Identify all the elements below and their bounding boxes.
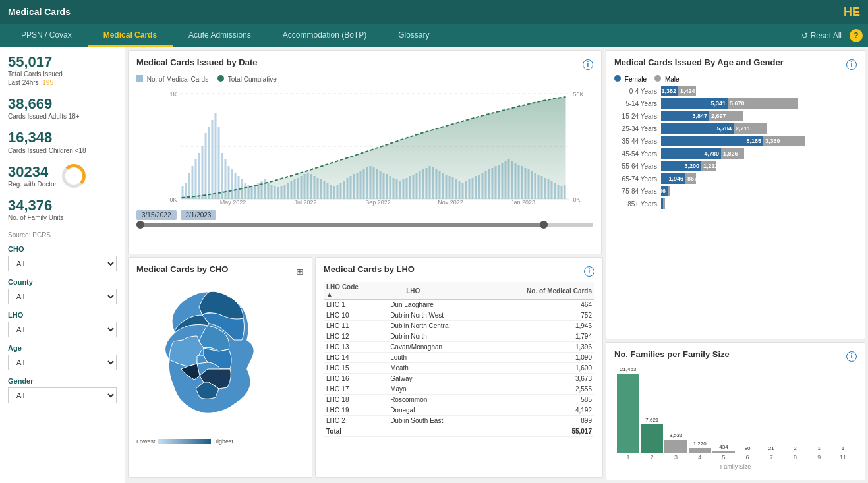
family-size-label: 5 <box>712 454 735 461</box>
stat-number-children: 16,348 <box>8 130 117 146</box>
bar-pair: 5,784 2,711 <box>661 123 857 134</box>
svg-text:0K: 0K <box>169 196 177 203</box>
svg-text:May 2022: May 2022 <box>220 199 246 206</box>
age-select[interactable]: All <box>8 355 117 370</box>
legend-female: Female <box>614 75 647 83</box>
age-bar-label: 5-14 Years <box>614 100 657 107</box>
lho-table-row: LHO 14 Louth 1,090 <box>324 353 594 363</box>
lho-table-row: LHO 11 Dublin North Central 1,946 <box>324 321 594 331</box>
cho-select[interactable]: All <box>8 256 117 271</box>
total-empty <box>388 426 536 437</box>
lho-title: Medical Cards by LHO <box>324 264 415 274</box>
lho-panel: Medical Cards by LHO i LHO Code▲ LHO No.… <box>315 257 603 478</box>
svg-rect-23 <box>218 127 220 199</box>
family-bar-rect <box>641 424 663 453</box>
lho-count: 1,794 <box>536 331 594 342</box>
bar-female: 4,780 <box>661 148 721 159</box>
age-bar-row: 25-34 Years 5,784 2,711 <box>614 123 857 134</box>
help-button[interactable]: ? <box>850 29 863 42</box>
svg-rect-19 <box>205 133 207 199</box>
stat-doctor: 30234 Reg. with Doctor <box>8 164 117 188</box>
svg-rect-17 <box>198 153 200 199</box>
bar-male: 1,424 <box>678 86 696 96</box>
slider-container[interactable] <box>136 223 593 227</box>
age-gender-panel: Medical Cards Issued By Age and Gender i… <box>606 50 865 339</box>
bottom-row: Medical Cards by CHO ⊞ <box>125 256 604 480</box>
nav-medical-cards[interactable]: Medical Cards <box>88 24 173 47</box>
lho-info[interactable]: i <box>584 266 594 277</box>
family-bar: 7,621 <box>641 417 663 453</box>
filter-lho-label: LHO <box>8 311 117 319</box>
family-info[interactable]: i <box>846 351 857 362</box>
lho-name: Roscommon <box>388 395 536 405</box>
grid-icon[interactable]: ⊞ <box>296 266 304 277</box>
nav-acute[interactable]: Acute Admissions <box>173 24 267 47</box>
nav-accommodation[interactable]: Accommodation (BoTP) <box>267 24 382 47</box>
legend-item-cumulative: Total Cumulative <box>217 75 277 83</box>
lho-name: Galway <box>388 374 536 384</box>
lho-code: LHO 13 <box>324 342 388 353</box>
slider-right-thumb[interactable] <box>540 221 548 229</box>
lho-table-body: LHO 1 Dun Laoghaire 464LHO 10 Dublin Nor… <box>324 300 594 437</box>
lho-tfoot: Total 55,017 <box>324 426 594 437</box>
stat-label-family: No. of Family Units <box>8 213 117 222</box>
legend-male: Male <box>654 75 679 83</box>
stat-badge-total: Last 24hrs 195 <box>8 78 117 87</box>
stat-number-doctor: 30234 <box>8 164 57 180</box>
svg-text:50K: 50K <box>573 91 584 98</box>
family-bar-rect <box>689 448 711 453</box>
gender-select[interactable]: All <box>8 387 117 403</box>
legend-female-dot <box>614 75 621 82</box>
stat-label-doctor: Reg. with Doctor <box>8 180 57 188</box>
county-select[interactable]: All <box>8 289 117 304</box>
lho-code: LHO 14 <box>324 353 388 363</box>
age-title: Medical Cards Issued By Age and Gender <box>614 57 784 67</box>
svg-rect-22 <box>215 113 217 199</box>
line-chart-info[interactable]: i <box>583 59 593 70</box>
lho-table-row: LHO 1 Dun Laoghaire 464 <box>324 300 594 310</box>
line-chart-title: Medical Cards Issued by Date <box>136 57 258 67</box>
stat-label-children: Cards Issued Children <18 <box>8 146 117 155</box>
family-size-label: 2 <box>641 454 663 461</box>
bar-male: 867 <box>685 173 696 184</box>
lho-table-scroll[interactable]: LHO 1 Dun Laoghaire 464LHO 10 Dublin Nor… <box>324 300 594 437</box>
family-bar: 21 <box>760 445 782 453</box>
lho-count: 899 <box>536 416 594 426</box>
bar-female: 5,341 <box>661 98 728 109</box>
lho-name: Donegal <box>388 405 536 416</box>
lho-table-row: LHO 17 Mayo 2,555 <box>324 384 594 395</box>
lho-table-row: LHO 15 Meath 1,600 <box>324 363 594 374</box>
nav-glossary[interactable]: Glossary <box>382 24 445 47</box>
bar-male <box>663 198 665 209</box>
bar-pair <box>661 198 857 209</box>
lho-name: Dublin North West <box>388 310 536 321</box>
line-chart-legend: No. of Medical Cards Total Cumulative <box>136 75 593 83</box>
family-size-label: 3 <box>664 454 687 461</box>
date-start: 3/15/2022 <box>136 210 177 220</box>
stat-label-adults: Cards Issued Adults 18+ <box>8 112 117 121</box>
lho-table-head: LHO Code▲ LHO No. of Medical Cards <box>324 282 594 300</box>
slider-left-thumb[interactable] <box>136 221 144 229</box>
lho-count: 4,192 <box>536 405 594 416</box>
lho-table: LHO Code▲ LHO No. of Medical Cards <box>324 282 594 300</box>
bar-pair: 3,200 1,212 <box>661 161 857 171</box>
family-bar: 21,463 <box>617 366 639 453</box>
age-bar-row: 45-54 Years 4,780 1,826 <box>614 148 857 159</box>
legend-male-label: Male <box>665 76 680 83</box>
lho-tbody: LHO 1 Dun Laoghaire 464LHO 10 Dublin Nor… <box>324 300 594 426</box>
family-size-label: 8 <box>784 454 806 461</box>
reset-button[interactable]: ↺ Reset All <box>801 31 842 40</box>
age-info[interactable]: i <box>846 59 857 70</box>
age-bar-label: 25-34 Years <box>614 125 657 132</box>
bar-pair: 1,382 1,424 <box>661 86 857 96</box>
lho-name: Louth <box>388 353 536 363</box>
family-bar: 3,533 <box>664 432 687 453</box>
svg-text:1K: 1K <box>169 91 177 98</box>
age-bar-row: 5-14 Years 5,341 5,670 <box>614 98 857 109</box>
lho-table-row: LHO 18 Roscommon 585 <box>324 395 594 405</box>
family-bar: 2 <box>784 445 806 453</box>
nav-ppsn[interactable]: PPSN / Covax <box>5 24 88 47</box>
family-panel-header: No. Families per Family Size i <box>614 349 857 363</box>
lho-select[interactable]: All <box>8 322 117 337</box>
filter-cho: CHO All <box>8 245 117 271</box>
